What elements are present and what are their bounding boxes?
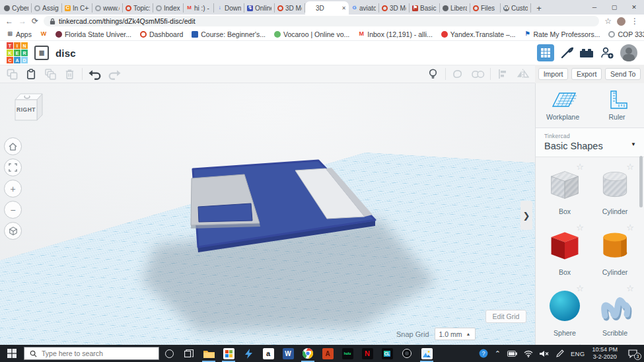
language-indicator[interactable]: ENG: [567, 345, 589, 362]
close-icon[interactable]: ✕: [624, 0, 644, 15]
paste-icon[interactable]: [24, 67, 38, 81]
action-center-button[interactable]: 3: [622, 345, 644, 362]
browser-tab[interactable]: Mhi :) - a: [184, 3, 214, 13]
wifi-icon[interactable]: [520, 345, 536, 362]
bookmark-item[interactable]: W: [40, 31, 47, 38]
browser-tab[interactable]: 3D Mo: [379, 3, 410, 13]
new-tab-button[interactable]: +: [531, 3, 547, 13]
photos-icon[interactable]: [417, 345, 437, 362]
browser-tab[interactable]: Cyber-: [1, 3, 32, 13]
shape-item-sphere[interactable]: ☆Sphere: [540, 281, 590, 342]
zoom-out-button[interactable]: −: [4, 201, 22, 219]
viewport-3d[interactable]: RIGHT + − ❯ Edit Grid Snap: [0, 83, 535, 345]
design-title[interactable]: disc: [55, 48, 76, 59]
browser-tab[interactable]: Gaviator: [349, 3, 379, 13]
browser-tab[interactable]: CIn C++: [62, 3, 92, 13]
tab-close-icon[interactable]: ✕: [341, 5, 346, 11]
browser-tab[interactable]: ↓Downl: [214, 3, 244, 13]
browser-tab[interactable]: Index c: [153, 3, 184, 13]
shape-item-cylinder[interactable]: ☆Cylinder: [590, 160, 640, 221]
user-avatar[interactable]: [620, 44, 637, 61]
bookmark-star-icon[interactable]: ☆: [604, 17, 612, 25]
adobe-app-icon[interactable]: A: [318, 345, 338, 362]
bookmark-item[interactable]: COP 3330: [608, 30, 644, 38]
browser-tab[interactable]: Topic: C: [123, 3, 153, 13]
edit-grid-button[interactable]: Edit Grid: [485, 310, 526, 323]
browser-tab[interactable]: www.c: [92, 3, 123, 13]
back-icon[interactable]: ←: [5, 17, 13, 25]
send-to-button[interactable]: Send To: [605, 68, 641, 81]
bookmark-item[interactable]: Course: Beginner's...: [192, 30, 266, 38]
snap-grid-select[interactable]: 1.0 mm ▲: [435, 328, 476, 340]
shape-item-box[interactable]: ☆Box: [540, 160, 590, 221]
netflix-icon[interactable]: N: [357, 345, 377, 362]
bookmark-item[interactable]: MInbox (12,191) - alli...: [358, 30, 433, 38]
bookmark-item[interactable]: Yandex.Translate –...: [441, 30, 516, 38]
brick-blocks-icon[interactable]: [579, 48, 594, 58]
bookmark-item[interactable]: ⚑Rate My Professors...: [524, 30, 600, 38]
word-icon[interactable]: W: [278, 345, 298, 362]
blocks-view-button[interactable]: [537, 44, 554, 61]
browser-tab[interactable]: ↯Online: [244, 3, 275, 13]
copy-icon[interactable]: [5, 67, 18, 81]
microsoft-store-icon[interactable]: [219, 345, 238, 362]
export-button[interactable]: Export: [571, 68, 602, 81]
minecraft-pickaxe-icon[interactable]: [560, 46, 573, 59]
bookmark-item[interactable]: ⊞Apps: [7, 30, 32, 38]
file-explorer-icon[interactable]: [199, 345, 219, 362]
bookmark-item[interactable]: Dashboard: [140, 30, 183, 38]
clion-icon[interactable]: CL: [377, 345, 397, 362]
tray-expand-chevron-icon[interactable]: ⌃: [491, 345, 504, 362]
amazon-icon[interactable]: a: [258, 345, 278, 362]
browser-tab[interactable]: 3D Mo: [275, 3, 305, 13]
start-button[interactable]: [0, 345, 24, 362]
battery-icon[interactable]: [504, 345, 520, 362]
show-all-lightbulb-icon[interactable]: [426, 67, 439, 81]
my-designs-icon[interactable]: ≣: [34, 46, 49, 60]
taskbar-search[interactable]: [24, 347, 159, 360]
zoom-in-button[interactable]: +: [4, 180, 22, 198]
lightning-app-icon[interactable]: [238, 345, 258, 362]
browser-tab[interactable]: Liberal: [440, 3, 470, 13]
browser-menu-icon[interactable]: ⋮: [631, 17, 639, 25]
undo-icon[interactable]: [89, 67, 102, 81]
hulu-icon[interactable]: hulu: [338, 345, 357, 362]
shape-item-partial[interactable]: ☆: [540, 342, 590, 345]
shape-item-cylinder[interactable]: ☆Cylinder: [590, 221, 640, 281]
browser-tab[interactable]: Assign: [32, 3, 62, 13]
search-input[interactable]: [42, 349, 141, 357]
duplicate-icon[interactable]: [44, 67, 57, 81]
url-field[interactable]: tinkercad.com/things/dZk4QsmM5fi-disc/ed…: [44, 16, 599, 26]
group-icon[interactable]: [452, 67, 465, 81]
delete-icon[interactable]: [63, 67, 76, 81]
home-view-button[interactable]: [4, 137, 22, 155]
tinkercad-logo[interactable]: TINKERCAD: [7, 42, 28, 63]
panel-collapse-handle[interactable]: ❯: [520, 201, 532, 230]
browser-tab[interactable]: ⚑Basic P: [410, 3, 440, 13]
fit-view-button[interactable]: [4, 159, 22, 176]
cortana-button[interactable]: [159, 345, 179, 362]
browser-tab[interactable]: 3D✕: [305, 1, 349, 15]
browser-tab[interactable]: WCuston: [501, 3, 531, 13]
panel-scrollbar[interactable]: [639, 156, 643, 207]
perspective-toggle-button[interactable]: [4, 222, 22, 240]
shape-category-dropdown[interactable]: Tinkercad Basic Shapes ▼: [536, 128, 644, 157]
invite-person-icon[interactable]: [600, 46, 614, 59]
browser-profile-avatar[interactable]: [617, 17, 626, 26]
mirror-flip-icon[interactable]: [516, 67, 529, 81]
browser-tab[interactable]: Files: [470, 3, 501, 13]
volume-muted-icon[interactable]: [536, 345, 553, 362]
view-cube[interactable]: RIGHT: [9, 90, 45, 127]
bookmark-item[interactable]: Vocaroo | Online vo...: [274, 30, 349, 38]
align-icon[interactable]: [497, 67, 510, 81]
import-button[interactable]: Import: [538, 68, 569, 81]
shape-item-box[interactable]: ☆Box: [540, 221, 590, 281]
workplane-tool[interactable]: Workplane: [536, 90, 590, 121]
help-icon[interactable]: ?: [476, 345, 491, 362]
ungroup-icon[interactable]: [471, 67, 484, 81]
taskbar-clock[interactable]: 10:54 PM 3-2-2020: [588, 346, 622, 361]
forward-icon[interactable]: →: [18, 17, 26, 25]
bookmark-item[interactable]: Florida State Univer...: [55, 30, 131, 38]
shape-item-scribble[interactable]: ☆Scribble: [590, 281, 640, 342]
chrome-icon[interactable]: [298, 345, 318, 362]
